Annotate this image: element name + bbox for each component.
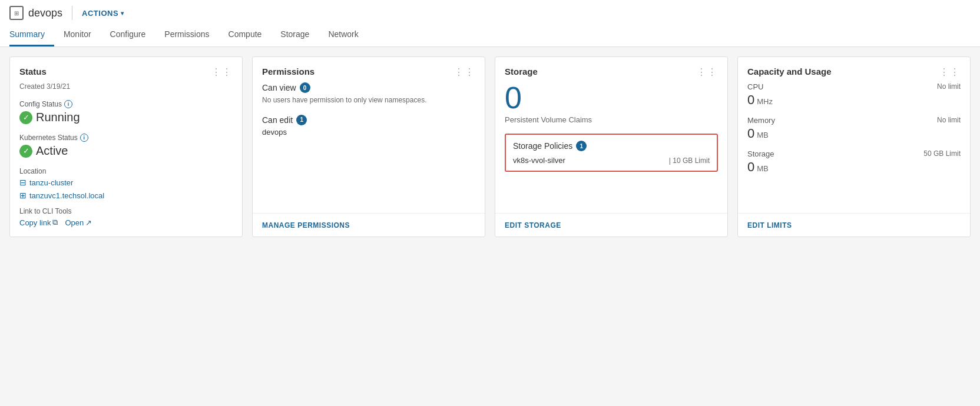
- copy-icon: ⧉: [52, 218, 58, 227]
- storage-card-menu[interactable]: ⋮⋮: [697, 66, 718, 78]
- pvc-label: Persistent Volume Claims: [505, 115, 718, 124]
- storage-policies-header: Storage Policies 1: [513, 141, 710, 151]
- location-vc-link[interactable]: ⊞ tanzuvc1.techsol.local: [19, 191, 233, 200]
- memory-limit: No limit: [937, 116, 961, 124]
- tab-permissions[interactable]: Permissions: [164, 25, 218, 46]
- kubernetes-status-value: ✓ Active: [19, 144, 233, 158]
- external-link-icon: ↗: [85, 218, 92, 227]
- storage-card-body: Storage ⋮⋮ 0 Persistent Volume Claims St…: [495, 57, 727, 213]
- manage-permissions-btn[interactable]: MANAGE PERMISSIONS: [262, 221, 350, 229]
- storage-policy-limit: | 10 GB Limit: [669, 157, 710, 165]
- header-top: ⊞ devops ACTIONS ▾: [9, 0, 971, 20]
- status-created: Created 3/19/21: [19, 82, 233, 91]
- app-title: ⊞ devops: [9, 6, 62, 20]
- tab-compute[interactable]: Compute: [229, 25, 272, 46]
- permissions-card-footer: MANAGE PERMISSIONS: [253, 213, 485, 237]
- cluster-icon: ⊟: [19, 178, 27, 187]
- cli-section: Link to CLI Tools Copy link ⧉ Open ↗: [19, 207, 233, 227]
- chevron-down-icon: ▾: [121, 10, 124, 16]
- cpu-label: CPU: [747, 82, 763, 91]
- can-edit-user: devops: [262, 128, 475, 137]
- storage-policies-badge: 1: [576, 141, 587, 151]
- permissions-card-menu[interactable]: ⋮⋮: [454, 66, 475, 78]
- storage-unit: MB: [757, 164, 769, 173]
- storage-policy-row: vk8s-vvol-silver | 10 GB Limit: [513, 156, 710, 165]
- permissions-card-title: Permissions: [262, 66, 314, 76]
- status-card-title: Status: [19, 66, 47, 76]
- can-edit-label: Can edit 1: [262, 115, 475, 125]
- location-cluster-link[interactable]: ⊟ tanzu-cluster: [19, 178, 233, 187]
- capacity-card-body: Capacity and Usage ⋮⋮ CPU No limit 0 MHz…: [738, 57, 970, 213]
- memory-number: 0: [747, 126, 754, 141]
- status-card-header: Status ⋮⋮: [19, 66, 233, 78]
- cpu-row: CPU No limit: [747, 82, 961, 91]
- storage-policy-name: vk8s-vvol-silver: [513, 156, 565, 165]
- permissions-card: Permissions ⋮⋮ Can view 0 No users have …: [252, 56, 485, 237]
- storage-number: 0: [747, 159, 754, 175]
- status-card: Status ⋮⋮ Created 3/19/21 Config Status …: [9, 56, 243, 237]
- storage-card-footer: EDIT STORAGE: [495, 213, 727, 237]
- cpu-number: 0: [747, 92, 754, 108]
- app-name: devops: [28, 7, 62, 19]
- permissions-card-body: Permissions ⋮⋮ Can view 0 No users have …: [253, 57, 485, 213]
- active-check-icon: ✓: [19, 145, 32, 158]
- can-edit-badge: 1: [296, 115, 307, 125]
- capacity-card-menu[interactable]: ⋮⋮: [939, 66, 961, 78]
- tab-monitor[interactable]: Monitor: [64, 25, 101, 46]
- memory-row: Memory No limit: [747, 116, 961, 125]
- tab-network[interactable]: Network: [328, 25, 368, 46]
- status-card-body: Status ⋮⋮ Created 3/19/21 Config Status …: [10, 57, 242, 237]
- cli-links: Copy link ⧉ Open ↗: [19, 218, 233, 227]
- memory-label: Memory: [747, 116, 775, 125]
- can-edit-section: Can edit 1 devops: [262, 115, 475, 137]
- cli-tools-label: Link to CLI Tools: [19, 207, 233, 215]
- location-label: Location: [19, 167, 233, 175]
- can-view-label: Can view 0: [262, 82, 475, 93]
- storage-card: Storage ⋮⋮ 0 Persistent Volume Claims St…: [495, 56, 728, 237]
- kubernetes-status-label: Kubernetes Status i: [19, 134, 233, 142]
- memory-section: Memory No limit 0 MB: [747, 116, 961, 141]
- storage-row: Storage 50 GB Limit: [747, 149, 961, 158]
- header: ⊞ devops ACTIONS ▾ Summary Monitor Confi…: [0, 0, 980, 47]
- can-view-desc: No users have permission to only view na…: [262, 95, 475, 105]
- cpu-unit: MHz: [757, 97, 773, 106]
- main-content: Status ⋮⋮ Created 3/19/21 Config Status …: [0, 47, 980, 247]
- running-check-icon: ✓: [19, 111, 32, 124]
- cpu-section: CPU No limit 0 MHz: [747, 82, 961, 108]
- cpu-limit: No limit: [937, 82, 961, 91]
- app-icon: ⊞: [9, 6, 24, 20]
- copy-link-btn[interactable]: Copy link ⧉: [19, 218, 58, 227]
- storage-section: Storage 50 GB Limit 0 MB: [747, 149, 961, 175]
- memory-unit: MB: [757, 131, 769, 139]
- config-status-info-icon[interactable]: i: [64, 100, 72, 108]
- memory-value: 0 MB: [747, 126, 961, 141]
- storage-value: 0 MB: [747, 159, 961, 175]
- storage-card-title: Storage: [505, 66, 538, 76]
- storage-label: Storage: [747, 149, 774, 158]
- tab-storage[interactable]: Storage: [280, 25, 319, 46]
- storage-policies-box: Storage Policies 1 vk8s-vvol-silver | 10…: [505, 134, 718, 172]
- storage-card-header: Storage ⋮⋮: [505, 66, 718, 78]
- vc-icon: ⊞: [19, 191, 27, 200]
- tab-summary[interactable]: Summary: [9, 25, 54, 46]
- status-card-menu[interactable]: ⋮⋮: [211, 66, 233, 78]
- capacity-card-title: Capacity and Usage: [747, 66, 832, 76]
- config-status-label: Config Status i: [19, 100, 233, 108]
- tab-nav: Summary Monitor Configure Permissions Co…: [9, 25, 971, 46]
- config-status-value: ✓ Running: [19, 111, 233, 124]
- tab-configure[interactable]: Configure: [110, 25, 155, 46]
- header-divider: [72, 6, 72, 20]
- cpu-value: 0 MHz: [747, 92, 961, 108]
- open-link-btn[interactable]: Open ↗: [65, 218, 92, 227]
- capacity-card-footer: EDIT LIMITS: [738, 213, 970, 237]
- permissions-card-header: Permissions ⋮⋮: [262, 66, 475, 78]
- can-view-badge: 0: [300, 82, 310, 93]
- kubernetes-status-info-icon[interactable]: i: [80, 134, 88, 142]
- capacity-card: Capacity and Usage ⋮⋮ CPU No limit 0 MHz…: [737, 56, 971, 237]
- pvc-count: 0: [505, 82, 718, 113]
- edit-limits-btn[interactable]: EDIT LIMITS: [747, 221, 792, 229]
- can-view-section: Can view 0 No users have permission to o…: [262, 82, 475, 105]
- edit-storage-btn[interactable]: EDIT STORAGE: [505, 221, 561, 229]
- storage-limit: 50 GB Limit: [923, 149, 961, 158]
- actions-button[interactable]: ACTIONS ▾: [82, 9, 124, 18]
